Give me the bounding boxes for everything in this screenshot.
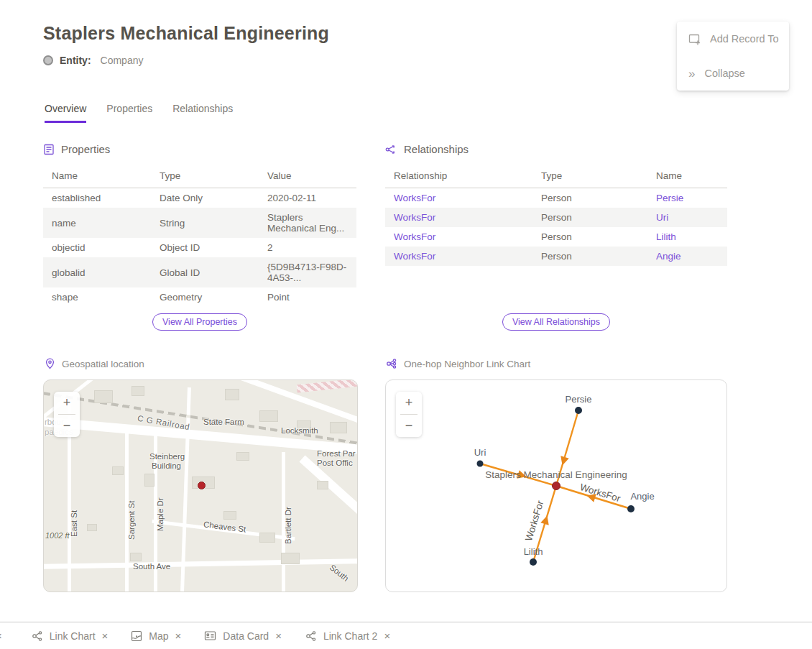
node-angie[interactable] — [627, 505, 635, 512]
cell: String — [151, 208, 259, 238]
node-center[interactable] — [553, 482, 560, 490]
link-chart-tab-icon — [31, 630, 43, 642]
tab-close-icon[interactable]: × — [384, 630, 390, 642]
node-label: Persie — [566, 394, 592, 405]
relationship-link[interactable]: WorksFor — [385, 247, 532, 266]
menu-item-collapse[interactable]: » Collapse — [677, 56, 789, 91]
cell: Date Only — [151, 188, 259, 208]
table-row[interactable]: WorksFor Person Uri — [385, 208, 727, 227]
bottom-tab-map[interactable]: Map × — [131, 630, 181, 642]
map-section-header: Geospatial location — [45, 358, 144, 369]
cell: 2 — [259, 238, 356, 257]
column-header: Relationship — [385, 165, 532, 188]
cell: objectid — [43, 238, 151, 257]
relationship-link[interactable]: WorksFor — [385, 227, 532, 247]
zoom-out-button[interactable]: − — [396, 415, 422, 437]
map-building — [112, 466, 124, 475]
map-canvas[interactable]: rbour paedics C G Railroad State Farm Lo… — [43, 379, 358, 592]
bottom-tab-link-chart-2[interactable]: Link Chart 2 × — [305, 630, 390, 642]
entity-value: Company — [101, 55, 144, 66]
map-label: Locksmith — [281, 426, 318, 435]
table-row[interactable]: name String Staplers Mechanical Eng... — [43, 208, 356, 238]
zoom-out-button[interactable]: − — [54, 415, 80, 437]
cell: Object ID — [151, 238, 259, 257]
node-lilith[interactable] — [530, 558, 537, 566]
context-menu: Add Record To » Collapse — [677, 22, 789, 91]
zoom-in-button[interactable]: + — [396, 392, 422, 414]
zoom-in-button[interactable]: + — [54, 392, 80, 414]
map-scale-label: 1002 ft — [45, 531, 70, 540]
table-row[interactable]: objectid Object ID 2 — [43, 238, 356, 257]
map-label: Sargent St — [127, 501, 136, 540]
node-persie[interactable] — [575, 407, 582, 414]
map-label: Steinberg — [149, 452, 185, 461]
relationship-link[interactable]: WorksFor — [385, 188, 532, 208]
bottom-tab-bar: × Link Chart × Map × Data Card × — [0, 622, 812, 649]
tab-properties[interactable]: Properties — [106, 103, 152, 123]
map-label: Building — [152, 461, 181, 470]
entity-link[interactable]: Persie — [647, 188, 727, 208]
arrowhead-icon — [558, 456, 569, 466]
tab-relationships[interactable]: Relationships — [172, 103, 233, 123]
table-row[interactable]: established Date Only 2020-02-11 — [43, 188, 356, 208]
properties-section-title: Properties — [61, 143, 110, 155]
tab-close-icon[interactable]: × — [175, 630, 182, 642]
map-marker[interactable] — [198, 482, 206, 489]
bottom-tab-data-card[interactable]: Data Card × — [204, 630, 282, 642]
edge-label: WorksFor — [523, 499, 546, 543]
map-label: Forest Par — [317, 449, 356, 458]
node-label: Angie — [630, 491, 654, 502]
linkchart-canvas[interactable]: WorksFor WorksFor Persie Uri Angie Lilit… — [385, 379, 727, 592]
map-building — [223, 511, 236, 520]
cell: Person — [532, 208, 647, 227]
tab-overview[interactable]: Overview — [45, 103, 86, 123]
cell: Geometry — [151, 287, 259, 307]
table-row[interactable]: globalid Global ID {5D9B4713-F98D-4A53-.… — [43, 257, 356, 287]
column-header: Name — [647, 165, 727, 188]
column-header: Type — [151, 165, 259, 188]
center-node-label: Staplers Mechanical Engineering — [485, 469, 627, 480]
tab-close-icon[interactable]: × — [275, 630, 282, 642]
entity-row: Entity: Company — [43, 55, 143, 66]
node-label: Lilith — [524, 546, 543, 557]
map-tab-icon — [131, 630, 142, 642]
map-building — [317, 481, 328, 489]
entity-link[interactable]: Angie — [647, 247, 727, 266]
page-title: Staplers Mechanical Engineering — [43, 23, 329, 44]
relationship-link[interactable]: WorksFor — [385, 208, 532, 227]
map-building — [130, 553, 142, 561]
table-row[interactable]: WorksFor Person Angie — [385, 247, 727, 266]
map-building — [236, 452, 249, 461]
entity-type-dot-icon — [43, 55, 53, 65]
table-row[interactable]: shape Geometry Point — [43, 287, 356, 307]
collapse-icon: » — [688, 68, 695, 80]
properties-actions: View All Properties — [43, 313, 356, 331]
tab-close-icon[interactable]: × — [0, 630, 2, 642]
view-all-properties-button[interactable]: View All Properties — [152, 313, 247, 331]
map-label: Maple Dr — [156, 497, 165, 531]
entity-link[interactable]: Lilith — [647, 227, 727, 247]
menu-item-add-record-to[interactable]: Add Record To — [677, 22, 789, 56]
tab-close-icon[interactable]: × — [102, 630, 109, 642]
properties-icon — [43, 144, 55, 155]
table-row[interactable]: WorksFor Person Lilith — [385, 227, 727, 247]
column-header: Value — [259, 165, 356, 188]
relationships-actions: View All Relationships — [385, 313, 727, 331]
cell: globalid — [43, 257, 151, 287]
entity-link[interactable]: Uri — [647, 208, 727, 227]
node-uri[interactable] — [477, 461, 484, 467]
bottom-tab-label: Map — [149, 630, 168, 642]
edge-label: WorksFor — [578, 482, 622, 505]
location-pin-icon — [45, 358, 55, 369]
view-all-relationships-button[interactable]: View All Relationships — [502, 313, 610, 331]
linkchart-section-header: One-hop Neighbor Link Chart — [385, 358, 530, 369]
table-row[interactable]: WorksFor Person Persie — [385, 188, 727, 208]
tab-bar: Overview Properties Relationships — [45, 103, 233, 123]
bottom-tab-label: Link Chart 2 — [323, 630, 377, 642]
map-section-title: Geospatial location — [62, 359, 144, 369]
node-label: Uri — [474, 447, 486, 458]
menu-item-label: Collapse — [704, 68, 744, 79]
bottom-tab-link-chart[interactable]: Link Chart × — [31, 630, 109, 642]
map-label: Post Offic — [317, 459, 353, 467]
relationships-icon — [385, 144, 397, 155]
